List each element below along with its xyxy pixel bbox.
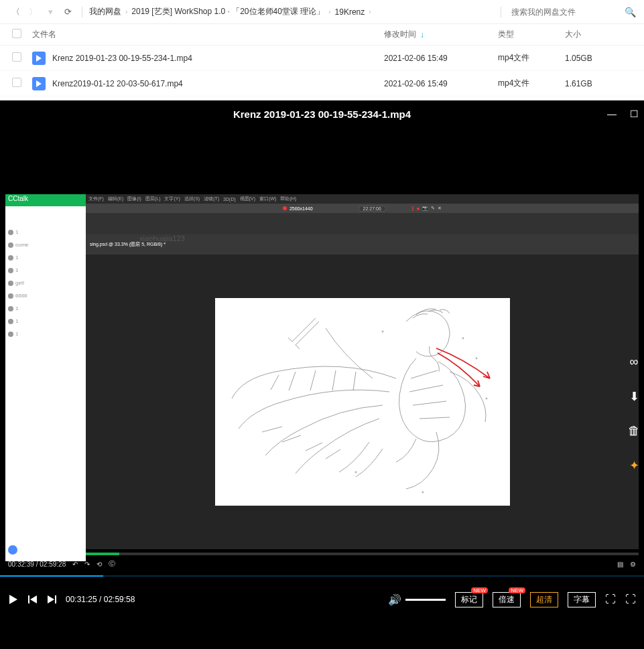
sort-descending-icon: ↓ xyxy=(420,30,424,40)
fullscreen-icon[interactable]: ⛶ xyxy=(625,593,636,605)
minimize-icon[interactable]: — xyxy=(607,109,617,119)
breadcrumb-item[interactable]: 我的网盘 xyxy=(89,6,121,17)
file-size: 1.61GB xyxy=(565,79,632,88)
ps-menu[interactable]: 3D(D) xyxy=(223,197,236,202)
ps-menu[interactable]: 图层(L) xyxy=(145,196,161,202)
search-icon[interactable]: 🔍 xyxy=(625,7,636,17)
list-icon[interactable]: ▤ xyxy=(617,561,623,568)
mark-button[interactable]: 标记 NEW xyxy=(455,592,483,607)
ps-menu[interactable]: 帮助(H) xyxy=(280,196,296,202)
avatar xyxy=(8,255,13,261)
speed-label: 倍速 xyxy=(499,595,515,604)
subtitle-button[interactable]: 字幕 xyxy=(568,592,596,607)
column-type[interactable]: 类型 xyxy=(498,29,565,40)
row-checkbox[interactable] xyxy=(12,78,21,87)
record-icon xyxy=(283,206,287,210)
breadcrumb-item[interactable]: 19Krenz xyxy=(335,7,365,17)
ps-menu[interactable]: 选择(S) xyxy=(184,196,200,202)
volume-control[interactable]: 🔊 xyxy=(388,593,446,606)
chat-item: 1 xyxy=(8,267,83,273)
ps-menu[interactable]: 窗口(W) xyxy=(259,196,276,202)
nav-back-icon[interactable]: 〈 xyxy=(8,5,23,19)
main-seek-fill xyxy=(0,575,103,577)
video-file-icon xyxy=(32,52,46,65)
file-date: 2021-02-06 15:49 xyxy=(384,54,498,63)
prev-icon[interactable]: ↶ xyxy=(72,561,78,568)
quality-button[interactable]: 超清 xyxy=(530,592,558,607)
prev-track-button[interactable] xyxy=(28,595,38,604)
column-name[interactable]: 文件名 xyxy=(32,29,384,40)
link-icon[interactable]: ∞ xyxy=(630,355,639,369)
row-checkbox[interactable] xyxy=(12,52,21,62)
download-icon[interactable]: ⬇ xyxy=(629,389,639,404)
svg-rect-10 xyxy=(55,595,56,603)
table-row[interactable]: Krenz2019-01-12 20-03-50-617.mp4 2021-02… xyxy=(0,71,644,96)
file-browser: 〈 〉 ▾ ⟳ 我的网盘 › 2019 [艺类] WorkShop 1.0 · … xyxy=(0,0,644,100)
main-seek-bar[interactable] xyxy=(0,575,644,577)
svg-marker-6 xyxy=(9,595,17,604)
play-button[interactable] xyxy=(8,594,19,605)
ps-menu[interactable]: 滤镜(T) xyxy=(204,196,219,202)
video-file-icon xyxy=(32,77,46,90)
next-icon[interactable]: ↷ xyxy=(84,561,90,568)
svg-rect-7 xyxy=(28,595,29,603)
chat-item: 1 xyxy=(8,255,83,261)
settings-icon[interactable]: ⚙ xyxy=(630,561,636,568)
cc-icon[interactable]: Ⓒ xyxy=(109,559,115,569)
search-input[interactable] xyxy=(508,5,615,19)
side-toolbar: ∞ ⬇ 🗑 ✦ xyxy=(624,355,644,473)
next-track-button[interactable] xyxy=(47,595,56,604)
current-time: 00:31:25 xyxy=(66,595,97,604)
chat-item: 1 xyxy=(8,331,83,337)
avatar xyxy=(8,242,13,248)
avatar xyxy=(8,268,13,273)
avatar xyxy=(8,319,13,324)
delete-icon[interactable]: 🗑 xyxy=(628,424,640,438)
column-date-label: 修改时间 xyxy=(384,29,416,40)
ps-menu[interactable]: 文件(F) xyxy=(88,196,104,202)
avatar xyxy=(8,230,13,235)
refresh-icon[interactable]: ⟳ xyxy=(60,5,75,19)
select-all-checkbox[interactable] xyxy=(12,29,21,38)
svg-point-2 xyxy=(486,398,487,399)
sketch-drawing xyxy=(215,298,510,506)
ps-menu[interactable]: 编辑(E) xyxy=(108,196,123,202)
file-type: mp4文件 xyxy=(498,52,565,64)
speed-button[interactable]: 倍速 NEW xyxy=(493,592,521,607)
column-size[interactable]: 大小 xyxy=(565,29,632,40)
file-type: mp4文件 xyxy=(498,78,565,89)
svg-point-4 xyxy=(355,472,357,473)
avatar xyxy=(8,293,13,299)
duration: 02:59:58 xyxy=(104,595,135,604)
ps-menubar: 文件(F) 编辑(E) 图像(I) 图层(L) 文字(Y) 选择(S) 滤镜(T… xyxy=(86,194,639,204)
ps-menu[interactable]: 视图(V) xyxy=(240,196,255,202)
chat-send-icon[interactable] xyxy=(8,545,17,555)
chat-item: come xyxy=(8,242,83,248)
pip-icon[interactable]: ⛶ xyxy=(605,593,616,605)
replay-icon[interactable]: ⟲ xyxy=(96,561,102,568)
file-size: 1.05GB xyxy=(565,54,632,63)
ps-menu[interactable]: 文字(Y) xyxy=(164,196,180,202)
chat-item: 6666 xyxy=(8,293,83,299)
chat-item: get! xyxy=(8,280,83,286)
chat-panel: 1 come 1 1 get! 6666 1 1 1 xyxy=(5,206,86,561)
recording-toolbar: 2560x1440 22:27:06 ‖ ■ 📷 ✎ ✕ xyxy=(86,204,639,213)
window-titlebar: Krenz 2019-01-23 00-19-55-234-1.mp4 — ☐ xyxy=(0,100,644,127)
volume-slider[interactable] xyxy=(405,599,446,601)
maximize-icon[interactable]: ☐ xyxy=(630,109,639,119)
canvas xyxy=(215,298,510,506)
ps-menu[interactable]: 图像(I) xyxy=(127,196,141,202)
video-area[interactable]: CCtalk 1 come 1 1 get! 6666 1 1 1 文件(F) … xyxy=(0,127,644,569)
inner-seek-bar[interactable] xyxy=(5,553,639,555)
nav-forward-icon[interactable]: 〉 xyxy=(25,5,40,19)
inner-controls: 00:32:39 / 02:59:28 ↶ ↷ ⟲ Ⓒ ▤ ⚙ xyxy=(5,556,639,569)
nav-dropdown-icon[interactable]: ▾ xyxy=(43,5,58,19)
breadcrumb-item[interactable]: 2019 [艺类] WorkShop 1.0 · 「20位老师40堂课 理论」 xyxy=(131,6,324,17)
star-icon[interactable]: ✦ xyxy=(629,458,639,473)
volume-icon[interactable]: 🔊 xyxy=(388,593,401,606)
svg-point-3 xyxy=(382,331,383,332)
resolution-text: 2560x1440 xyxy=(289,206,313,211)
column-date[interactable]: 修改时间 ↓ xyxy=(384,29,498,40)
file-name: Krenz2019-01-12 20-03-50-617.mp4 xyxy=(52,79,183,88)
table-row[interactable]: Krenz 2019-01-23 00-19-55-234-1.mp4 2021… xyxy=(0,46,644,71)
